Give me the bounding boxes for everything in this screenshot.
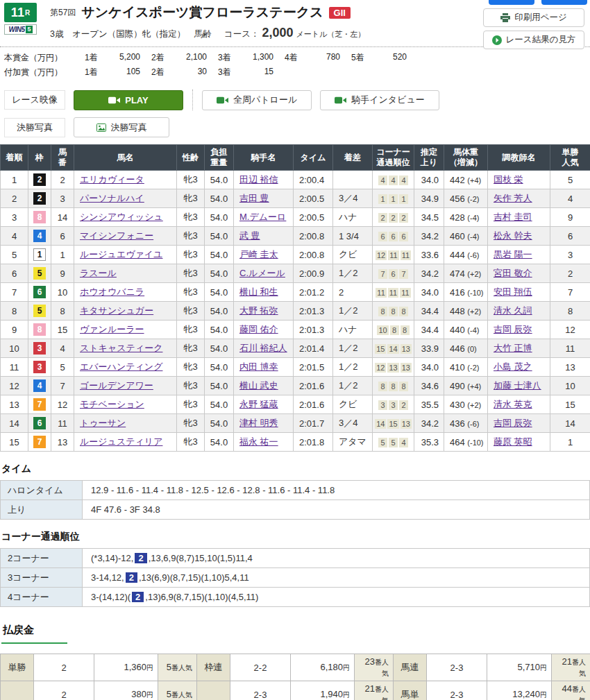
trainer-link[interactable]: 松永 幹夫 <box>494 230 532 241</box>
horse-link[interactable]: ルージュスティリア <box>80 436 162 447</box>
jockey-link[interactable]: 戸崎 圭太 <box>239 249 278 259</box>
margin-cell: 1／2 <box>333 264 373 283</box>
corner-order-cell: 767 <box>373 264 414 283</box>
corner-position: 2 <box>399 213 408 223</box>
top-nav-stub-button[interactable] <box>489 0 534 5</box>
trainer-link[interactable]: 吉村 圭司 <box>494 212 532 222</box>
prize-amount: 5,200 <box>107 52 140 64</box>
trainer-link[interactable]: 大竹 正博 <box>494 343 532 353</box>
jockey-link[interactable]: 福永 祐一 <box>239 436 278 447</box>
jockey-link[interactable]: 藤岡 佑介 <box>239 324 278 334</box>
corner-position: 10 <box>377 325 388 335</box>
trainer-cell: 小島 茂之 <box>488 358 550 377</box>
horse-name-cell: エリカヴィータ <box>74 171 177 189</box>
weight-cell: 54.0 <box>205 414 234 433</box>
corner-position: 3 <box>389 400 398 410</box>
frame-number-badge: 8 <box>33 211 46 223</box>
trainer-link[interactable]: 宮田 敬介 <box>494 268 532 278</box>
jockey-link[interactable]: M.デムーロ <box>239 212 286 222</box>
time-cell: 2:01.6 <box>294 395 333 414</box>
print-page-button[interactable]: 印刷用ページ <box>483 8 584 27</box>
result-row: 9815ヴァンルーラー牝354.0藤岡 佑介2:01.3ハナ108834.444… <box>1 321 590 339</box>
sex-age-cell: 牝3 <box>177 339 205 358</box>
corner-position: 1 <box>389 194 398 204</box>
race-number-badge: 11R <box>4 3 37 22</box>
sex-age-cell: 牝3 <box>177 433 205 452</box>
videocam-icon <box>335 96 346 105</box>
body-weight-cell: 460 (-4) <box>444 227 488 246</box>
horse-link[interactable]: キタサンシュガー <box>80 305 153 316</box>
time-cell: 2:01.6 <box>294 377 333 395</box>
trainer-link[interactable]: 国枝 栄 <box>494 174 523 185</box>
horse-link[interactable]: ホウオウバニラ <box>80 287 144 297</box>
horse-link[interactable]: パーソナルハイ <box>80 193 144 203</box>
trainer-link[interactable]: 藤原 英昭 <box>494 436 532 447</box>
trainer-link[interactable]: 加藤 士津八 <box>494 380 541 391</box>
jockey-link[interactable]: 横山 武史 <box>239 380 278 391</box>
horse-link[interactable]: エバーハンティング <box>80 361 162 372</box>
horse-link[interactable]: ゴールデンアワー <box>80 380 153 391</box>
jockey-link[interactable]: 津村 明秀 <box>239 418 278 428</box>
jockey-link[interactable]: 内田 博幸 <box>239 361 278 372</box>
jockey-link[interactable]: 武 豊 <box>239 230 260 241</box>
jockey-link[interactable]: 大野 拓弥 <box>239 305 278 316</box>
jockey-link[interactable]: C.ルメール <box>239 268 285 278</box>
time-row-value: 12.9 - 11.6 - 11.4 - 11.8 - 12.5 - 12.6 … <box>83 481 590 500</box>
horse-link[interactable]: モチベーション <box>80 399 144 409</box>
body-weight-cell: 456 (-2) <box>444 189 488 208</box>
result-guide-button[interactable]: レース結果の見方 <box>483 31 584 49</box>
horse-link[interactable]: トゥーサン <box>80 418 126 428</box>
trainer-link[interactable]: 安田 翔伍 <box>494 287 532 297</box>
horse-link[interactable]: マイシンフォニー <box>80 230 153 241</box>
trainer-link[interactable]: 小島 茂之 <box>494 361 532 372</box>
trainer-link[interactable]: 吉岡 辰弥 <box>494 418 532 428</box>
horse-link[interactable]: エリカヴィータ <box>80 174 144 185</box>
corner-position: 14 <box>375 419 386 429</box>
patrol-video-button[interactable]: 全周パトロール <box>202 90 312 110</box>
corner-order-cell: 444 <box>373 171 414 189</box>
jockey-link[interactable]: 横山 和生 <box>239 287 278 297</box>
course-label: コース： <box>224 28 260 40</box>
body-weight-diff: (0) <box>467 345 476 353</box>
corner-position: 15 <box>375 344 386 354</box>
trainer-link[interactable]: 清水 英克 <box>494 399 532 409</box>
corner-table: 2コーナー(*3,14)-12,2,13,6,9(8,7)15,10(1,5)1… <box>0 548 590 607</box>
win-popularity-cell: 8 <box>550 302 590 321</box>
body-weight-diff: (-4) <box>467 214 479 222</box>
jockey-link[interactable]: 永野 猛蔵 <box>239 399 278 409</box>
top-nav-stub-button[interactable] <box>541 0 587 5</box>
trainer-link[interactable]: 黒岩 陽一 <box>494 249 532 259</box>
jockey-interview-button[interactable]: 騎手インタビュー <box>320 90 439 110</box>
horse-link[interactable]: ルージュエヴァイユ <box>80 249 162 259</box>
corner-row-value: 3-14,12,2,13(6,9)(8,7,15)(1,10)5,4,11 <box>83 568 590 588</box>
prize-pair: 1着105 <box>74 67 140 78</box>
trainer-link[interactable]: 矢作 芳人 <box>494 193 532 203</box>
jockey-link[interactable]: 田辺 裕信 <box>239 174 278 185</box>
horse-link[interactable]: シンシアウィッシュ <box>80 212 163 222</box>
trainer-cell: 宮田 敬介 <box>488 264 550 283</box>
jockey-link[interactable]: 石川 裕紀人 <box>239 343 287 353</box>
margin-cell: 3／4 <box>333 189 373 208</box>
horse-link[interactable]: ヴァンルーラー <box>80 324 144 334</box>
finish-photo-button[interactable]: 決勝写真 <box>74 117 169 137</box>
jockey-cell: 藤岡 佑介 <box>234 321 294 339</box>
column-header: 単勝 人気 <box>550 145 590 171</box>
weight-cell: 54.0 <box>205 302 234 321</box>
trainer-link[interactable]: 吉岡 辰弥 <box>494 324 532 334</box>
corner-order-cell: 554 <box>373 433 414 452</box>
time-row-value: 4F 47.6 - 3F 34.8 <box>83 500 590 520</box>
horse-number-cell: 8 <box>51 302 74 321</box>
jockey-cell: 横山 武史 <box>234 377 294 395</box>
sex-age-cell: 牝3 <box>177 414 205 433</box>
jockey-link[interactable]: 吉田 豊 <box>239 193 269 203</box>
horse-link[interactable]: ラスール <box>80 268 117 278</box>
prize-amount: 15 <box>240 67 273 78</box>
course-surface: メートル（芝・左） <box>296 29 365 40</box>
trainer-cell: 吉村 圭司 <box>488 208 550 227</box>
trainer-link[interactable]: 清水 久詞 <box>494 305 532 316</box>
horse-number-cell: 11 <box>51 414 74 433</box>
jockey-cell: C.ルメール <box>234 264 294 283</box>
time-cell: 2:01.8 <box>294 433 333 452</box>
horse-link[interactable]: ストキャスティーク <box>80 343 162 353</box>
play-button[interactable]: PLAY <box>74 90 183 110</box>
